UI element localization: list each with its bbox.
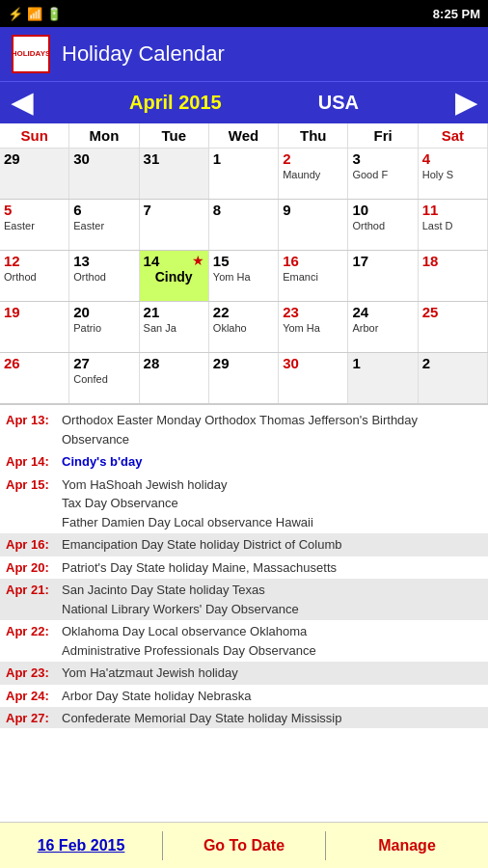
usb-icon: ⚡ [8,7,23,21]
date-number: 17 [352,253,413,269]
cal-cell[interactable]: 9 [279,200,348,250]
cal-cell[interactable]: 2 [419,353,488,403]
date-number: 20 [73,304,134,320]
list-item: Apr 23:Yom Ha'atzmaut Jewish holiday [0,662,488,685]
list-item: Apr 21:San Jacinto Day State holiday Tex… [0,579,488,620]
date-number: 21 [144,304,204,320]
cal-cell[interactable]: 11Last D [419,200,488,250]
app-icon: HOLIDAYS [12,35,50,73]
day-header-tue: Tue [140,123,209,149]
cal-cell[interactable]: 1 [348,353,418,403]
battery-icon: 🔋 [46,7,62,21]
date-number: 27 [73,355,134,371]
app-header: HOLIDAYS Holiday Calendar [0,27,488,81]
cell-event-text: Orthod [4,271,37,283]
country-label: USA [318,92,359,114]
cal-cell[interactable]: 25 [419,302,488,352]
event-date-label: Apr 20: [6,558,62,578]
event-date-label: Apr 21: [6,581,62,618]
prev-month-button[interactable]: ◀ [12,87,33,119]
date-number: 29 [4,150,65,167]
cal-cell[interactable]: 6Easter [69,200,139,250]
cal-week: 2627Confed28293012 [0,353,488,404]
date-number: 15 [213,253,274,269]
cal-cell[interactable]: 8 [209,200,279,250]
event-description: Confederate Memorial Day State holiday M… [62,709,482,728]
day-header-sun: Sun [0,123,69,149]
cal-cell[interactable]: 3Good F [348,149,418,199]
cal-cell[interactable]: 31 [140,149,209,199]
cal-week: 12Orthod13Orthod14★Cindy15Yom Ha16Emanci… [0,251,488,302]
cal-cell[interactable]: 24Arbor [348,302,418,352]
day-header-wed: Wed [209,123,279,149]
cal-cell[interactable]: 19 [0,302,69,352]
cal-cell[interactable]: 7 [140,200,209,250]
status-time: 8:25 PM [433,7,480,21]
date-number: 19 [4,304,65,320]
date-number: 1 [352,355,413,371]
cal-cell[interactable]: 16Emanci [279,251,348,301]
date-number: 31 [144,150,204,167]
cal-cell[interactable]: 29 [209,353,279,403]
date-number: 28 [144,355,204,371]
list-item: Apr 15:Yom HaShoah Jewish holiday Tax Da… [0,474,488,534]
list-item: Apr 27:Confederate Memorial Day State ho… [0,707,488,728]
date-number: 30 [283,355,343,371]
cell-event-text: Yom Ha [213,271,251,283]
cal-cell[interactable]: 30 [279,353,348,403]
cal-cell[interactable]: 27Confed [69,353,139,403]
day-header-thu: Thu [279,123,348,149]
cell-event-text: Maundy [283,169,320,180]
status-icons: ⚡ 📶 🔋 [8,7,62,21]
cal-cell[interactable]: 2Maundy [279,149,348,199]
cell-event-text: Oklaho [213,322,247,334]
date-number: 16 [283,253,343,269]
bottom-bar: 16 Feb 2015 Go To Date Manage [0,822,488,868]
cell-event-text: Holy S [422,169,453,180]
event-date-label: Apr 16: [6,535,62,555]
event-description: San Jacinto Day State holiday Texas Nati… [62,581,482,618]
cal-cell[interactable]: 15Yom Ha [209,251,279,301]
cal-cell[interactable]: 10Orthod [348,200,418,250]
prev-date-button[interactable]: 16 Feb 2015 [0,829,162,862]
date-number: 12 [4,253,65,269]
event-description: Patriot's Day State holiday Maine, Massa… [62,558,482,578]
cal-cell[interactable]: 13Orthod [69,251,139,301]
cal-cell[interactable]: 4Holy S [419,149,488,199]
cal-cell[interactable]: 21San Ja [140,302,209,352]
cell-event-text: Arbor [352,322,378,334]
date-number: 9 [283,202,343,218]
cal-cell[interactable]: 14★Cindy [140,251,209,301]
manage-button[interactable]: Manage [326,829,488,862]
cal-cell[interactable]: 12Orthod [0,251,69,301]
cal-cell[interactable]: 28 [140,353,209,403]
next-month-button[interactable]: ▶ [455,87,476,119]
event-description: Arbor Day State holiday Nebraska [62,687,482,706]
cell-event-text: San Ja [144,322,176,334]
cal-cell[interactable]: 18 [419,251,488,301]
cal-cell[interactable]: 23Yom Ha [279,302,348,352]
cell-event-text: Patrio [73,322,101,334]
event-description: Oklahoma Day Local observance Oklahoma A… [62,622,482,660]
cal-cell[interactable]: 26 [0,353,69,403]
cell-event-text: Yom Ha [283,322,320,334]
list-item: Apr 16:Emancipation Day State holiday Di… [0,533,488,556]
goto-date-button[interactable]: Go To Date [163,829,325,862]
event-description: Emancipation Day State holiday District … [62,535,482,555]
day-header-sat: Sat [419,123,488,149]
cal-cell[interactable]: 17 [348,251,418,301]
event-date-label: Apr 13: [6,411,62,448]
list-item: Apr 13:Orthodox Easter Monday Orthodox T… [0,409,488,450]
cal-cell[interactable]: 20Patrio [69,302,139,352]
birthday-star-icon: ★ [192,253,204,268]
cal-cell[interactable]: 1 [209,149,279,199]
cal-cell[interactable]: 29 [0,149,69,199]
cal-cell[interactable]: 22Oklaho [209,302,279,352]
cal-cell[interactable]: 30 [69,149,139,199]
cal-cell[interactable]: 5Easter [0,200,69,250]
date-number: 3 [352,150,413,167]
current-month: April 2015 [129,92,222,114]
cell-event-text: Confed [73,373,107,385]
status-bar: ⚡ 📶 🔋 8:25 PM [0,0,488,27]
cell-event-text: Emanci [283,271,318,283]
